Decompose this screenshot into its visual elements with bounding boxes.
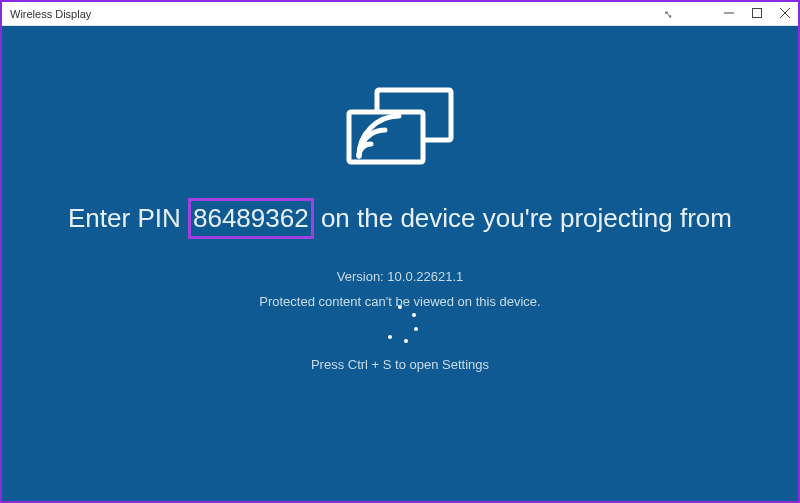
instruction-prefix: Enter PIN: [68, 203, 188, 233]
protected-content-label: Protected content can't be viewed on thi…: [259, 294, 540, 309]
resize-diagonal-icon[interactable]: ↔: [659, 4, 679, 24]
minimize-icon[interactable]: [724, 8, 734, 20]
cast-icon: [345, 86, 455, 170]
window-title: Wireless Display: [10, 8, 662, 20]
pin-value: 86489362: [188, 198, 314, 239]
settings-hint: Press Ctrl + S to open Settings: [311, 357, 489, 372]
loading-spinner-icon: [380, 305, 420, 345]
pin-instruction: Enter PIN 86489362 on the device you're …: [68, 198, 732, 239]
version-label: Version: 10.0.22621.1: [337, 269, 464, 284]
window-controls: ↔: [662, 7, 790, 21]
maximize-icon[interactable]: [752, 8, 762, 20]
close-icon[interactable]: [780, 8, 790, 20]
main-content: Enter PIN 86489362 on the device you're …: [2, 26, 798, 501]
svg-rect-1: [753, 8, 762, 17]
instruction-suffix: on the device you're projecting from: [314, 203, 732, 233]
window-titlebar: Wireless Display ↔: [2, 2, 798, 26]
